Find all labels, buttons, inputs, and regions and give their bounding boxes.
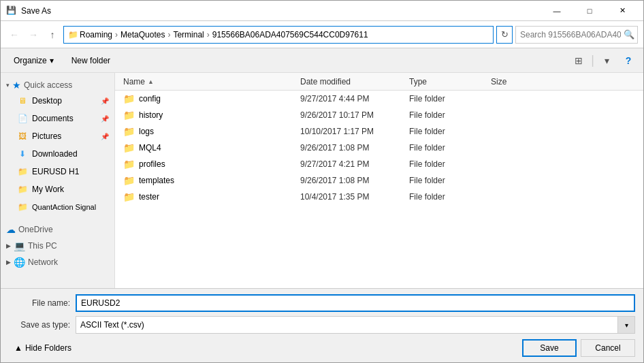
- folder-icon: 📁: [123, 142, 135, 153]
- back-button[interactable]: ←: [6, 27, 22, 43]
- sidebar: ▾ ★ Quick access 🖥 Desktop 📌 📄 Documents…: [1, 73, 115, 288]
- pictures-pin-icon: 📌: [101, 133, 109, 140]
- up-button[interactable]: ↑: [44, 27, 61, 43]
- maximize-button[interactable]: □: [574, 1, 605, 21]
- file-type: File folder: [404, 94, 485, 104]
- cancel-label: Cancel: [595, 343, 620, 353]
- sidebar-item-eurusd[interactable]: 📁 EURUSD H1: [1, 163, 114, 180]
- refresh-button[interactable]: ↻: [496, 26, 513, 44]
- file-type: File folder: [404, 110, 485, 120]
- filename-label: File name:: [9, 298, 70, 308]
- mywork-icon: 📁: [17, 184, 28, 195]
- breadcrumb-metaquotes: MetaQuotes: [120, 30, 165, 40]
- downloaded-icon: ⬇: [17, 148, 28, 159]
- file-type: File folder: [404, 192, 485, 202]
- table-row[interactable]: 📁 tester 10/4/2017 1:35 PM File folder: [115, 189, 643, 205]
- this-pc-chevron: ▶: [6, 242, 11, 249]
- sidebar-item-downloaded-label: Downloaded: [32, 149, 78, 159]
- file-name-text: MQL4: [139, 143, 161, 153]
- search-input[interactable]: [515, 26, 638, 44]
- savetype-select[interactable]: ASCII Text (*.csv) CSV (*.csv) Text (*.t…: [76, 316, 635, 334]
- close-button[interactable]: ✕: [607, 1, 638, 21]
- main-area: ▾ ★ Quick access 🖥 Desktop 📌 📄 Documents…: [1, 73, 643, 288]
- toolbar: Organize ▾ New folder ⊞ | ▾ ?: [1, 48, 643, 73]
- breadcrumb-roaming: Roaming: [80, 30, 112, 40]
- table-row[interactable]: 📁 history 9/26/2017 10:17 PM File folder: [115, 107, 643, 123]
- breadcrumb-id: 915566BA06ADA407569C544CC0D97611: [212, 30, 368, 40]
- file-type: File folder: [404, 159, 485, 169]
- sidebar-item-downloaded[interactable]: ⬇ Downloaded: [1, 145, 114, 163]
- title-bar-controls: — □ ✕: [541, 1, 638, 21]
- filename-input[interactable]: [76, 294, 635, 312]
- sidebar-section-quick-access[interactable]: ▾ ★ Quick access: [1, 76, 114, 92]
- network-label: Network: [28, 257, 58, 267]
- sidebar-item-pictures[interactable]: 🖼 Pictures 📌: [1, 127, 114, 145]
- quick-access-chevron: ▾: [6, 82, 10, 89]
- folder-icon: 📁: [123, 93, 135, 104]
- save-button[interactable]: Save: [522, 339, 577, 357]
- breadcrumb-text: 📁 Roaming › MetaQuotes › Terminal › 9155…: [68, 30, 368, 40]
- quick-access-star-icon: ★: [12, 80, 21, 91]
- file-name-text: config: [139, 94, 161, 104]
- table-row[interactable]: 📁 templates 9/26/2017 1:08 PM File folde…: [115, 172, 643, 189]
- table-row[interactable]: 📁 config 9/27/2017 4:44 PM File folder: [115, 91, 643, 107]
- pictures-icon: 🖼: [17, 131, 28, 142]
- hide-folders-button[interactable]: ▲ Hide Folders: [9, 341, 77, 356]
- title-bar-left: 💾 Save As: [6, 5, 51, 16]
- organize-button[interactable]: Organize ▾: [6, 51, 61, 70]
- hide-folders-label: Hide Folders: [25, 343, 71, 353]
- view-button[interactable]: ⊞: [569, 51, 588, 70]
- bottom-area: File name: Save as type: ASCII Text (*.c…: [1, 288, 643, 362]
- sidebar-item-documents-label: Documents: [32, 114, 74, 123]
- col-header-size[interactable]: Size: [485, 77, 641, 86]
- organize-label: Organize: [14, 56, 47, 65]
- file-type: File folder: [404, 143, 485, 153]
- table-row[interactable]: 📁 logs 10/10/2017 1:17 PM File folder: [115, 123, 643, 140]
- file-date: 9/26/2017 10:17 PM: [295, 110, 404, 120]
- sort-arrow: ▲: [148, 78, 154, 85]
- breadcrumb[interactable]: 📁 Roaming › MetaQuotes › Terminal › 9155…: [63, 26, 494, 44]
- action-row: ▲ Hide Folders Save Cancel: [9, 339, 635, 357]
- sidebar-item-quantaction-label: QuantAction Signal: [32, 203, 96, 211]
- sidebar-section-onedrive[interactable]: ☁ OneDrive: [1, 220, 114, 236]
- sidebar-item-quantaction[interactable]: 📁 QuantAction Signal: [1, 198, 114, 216]
- sidebar-section-network[interactable]: ▶ 🌐 Network: [1, 253, 114, 269]
- hide-folders-chevron: ▲: [14, 343, 22, 353]
- title-bar: 💾 Save As — □ ✕: [1, 1, 643, 21]
- sidebar-item-eurusd-label: EURUSD H1: [32, 167, 79, 176]
- sidebar-section-this-pc[interactable]: ▶ 💻 This PC: [1, 236, 114, 253]
- table-row[interactable]: 📁 MQL4 9/26/2017 1:08 PM File folder: [115, 140, 643, 156]
- file-date: 9/27/2017 4:44 PM: [295, 94, 404, 104]
- table-row[interactable]: 📁 profiles 9/27/2017 4:21 PM File folder: [115, 156, 643, 172]
- sidebar-item-documents[interactable]: 📄 Documents 📌: [1, 110, 114, 127]
- file-name-text: history: [139, 110, 163, 120]
- folder-icon: 📁: [123, 191, 135, 202]
- content-area: Name ▲ Date modified Type Size 📁 config: [115, 73, 643, 288]
- sidebar-item-desktop-label: Desktop: [32, 96, 62, 106]
- breadcrumb-terminal: Terminal: [173, 30, 204, 40]
- help-button[interactable]: ?: [619, 51, 638, 70]
- documents-pin-icon: 📌: [101, 115, 109, 123]
- folder-icon: 📁: [123, 110, 135, 121]
- file-date: 9/26/2017 1:08 PM: [295, 176, 404, 185]
- file-date: 9/27/2017 4:21 PM: [295, 159, 404, 169]
- forward-button[interactable]: →: [25, 27, 42, 43]
- file-type: File folder: [404, 127, 485, 136]
- this-pc-icon: 💻: [14, 240, 25, 251]
- onedrive-icon: ☁: [6, 224, 16, 235]
- new-folder-button[interactable]: New folder: [64, 51, 118, 70]
- minimize-button[interactable]: —: [541, 1, 573, 21]
- sidebar-item-mywork[interactable]: 📁 My Work: [1, 180, 114, 198]
- file-name-text: templates: [139, 176, 174, 185]
- sidebar-item-desktop[interactable]: 🖥 Desktop 📌: [1, 92, 114, 110]
- quick-access-label: Quick access: [24, 80, 72, 90]
- cancel-button[interactable]: Cancel: [581, 339, 635, 357]
- file-date: 10/4/2017 1:35 PM: [295, 192, 404, 202]
- col-header-name[interactable]: Name ▲: [118, 77, 295, 86]
- col-header-date[interactable]: Date modified: [295, 77, 404, 86]
- search-wrap: 🔍: [515, 26, 638, 44]
- view-arrow-button[interactable]: ▾: [597, 51, 616, 70]
- network-chevron: ▶: [6, 259, 11, 266]
- col-header-type[interactable]: Type: [404, 77, 485, 86]
- col-name-label: Name: [123, 77, 145, 86]
